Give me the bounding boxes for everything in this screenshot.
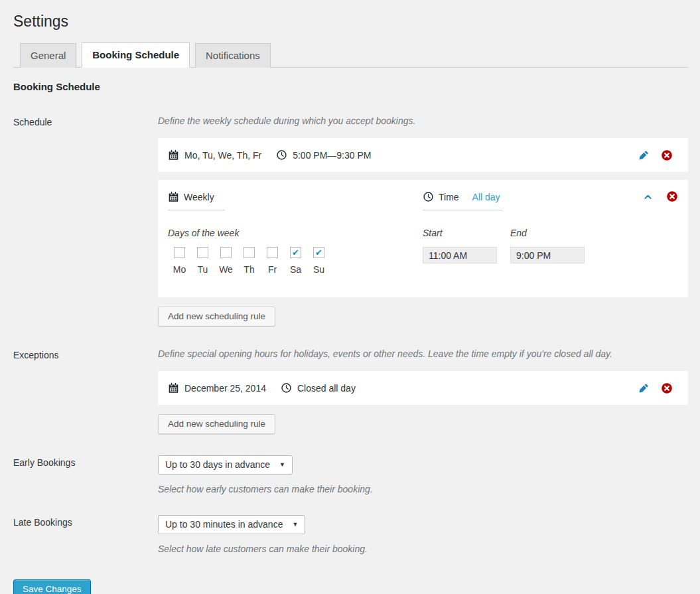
calendar-icon: [168, 149, 179, 161]
late-bookings-description: Select how late customers can make their…: [158, 543, 688, 556]
time-mode-select[interactable]: Time All day: [423, 191, 503, 210]
chevron-down-icon: ▼: [292, 521, 298, 528]
day-label: Mo: [173, 264, 186, 275]
tab-general[interactable]: General: [20, 43, 76, 68]
edit-rule-icon[interactable]: [638, 150, 649, 161]
day-toggle-tu[interactable]: Tu: [191, 247, 214, 275]
schedule-setting-row: Schedule Define the weekly schedule duri…: [13, 115, 688, 327]
days-of-week-group: Mo Tu We Th: [168, 247, 423, 275]
day-label: Fr: [268, 264, 277, 275]
day-label: Su: [313, 264, 324, 275]
day-checkbox-su[interactable]: [313, 247, 324, 258]
late-bookings-setting-row: Late Bookings Up to 30 minutes in advanc…: [13, 515, 688, 556]
tab-booking-schedule[interactable]: Booking Schedule: [82, 42, 190, 68]
day-label: Th: [244, 264, 254, 275]
late-bookings-value: Up to 30 minutes in advance: [165, 519, 283, 530]
days-of-week-label: Days of the week: [168, 228, 423, 239]
exception-rule-summary: December 25, 2014 Closed all day: [158, 371, 688, 405]
exceptions-label: Exceptions: [13, 348, 158, 362]
day-label: We: [219, 264, 233, 275]
exception-time-text: Closed all day: [297, 383, 356, 394]
calendar-icon: [168, 191, 179, 202]
day-label: Sa: [290, 264, 301, 275]
day-checkbox-mo[interactable]: [174, 247, 185, 258]
end-time-label: End: [510, 228, 585, 239]
schedule-rule-summary: Mo, Tu, We, Th, Fr 5:00 PM—9:30 PM: [158, 138, 688, 172]
save-changes-button[interactable]: Save Changes: [13, 579, 91, 594]
exception-date-text: December 25, 2014: [184, 383, 266, 394]
add-exception-rule-button[interactable]: Add new scheduling rule: [158, 414, 275, 434]
section-heading: Booking Schedule: [13, 81, 688, 92]
start-time-input[interactable]: [423, 247, 497, 263]
day-checkbox-we[interactable]: [220, 247, 232, 258]
delete-rule-icon[interactable]: [661, 149, 673, 161]
rule-time-text: 5:00 PM—9:30 PM: [293, 150, 371, 161]
day-toggle-fr[interactable]: Fr: [261, 247, 284, 275]
delete-rule-icon[interactable]: [661, 382, 673, 394]
day-checkbox-fr[interactable]: [267, 247, 278, 258]
collapse-rule-icon[interactable]: [643, 192, 653, 202]
frequency-select[interactable]: Weekly: [168, 191, 225, 210]
day-checkbox-tu[interactable]: [197, 247, 208, 258]
exceptions-description: Define special opening hours for holiday…: [158, 348, 688, 361]
early-bookings-label: Early Bookings: [13, 455, 158, 470]
all-day-link[interactable]: All day: [472, 192, 500, 202]
page-title: Settings: [13, 0, 688, 32]
day-checkbox-th[interactable]: [244, 247, 255, 258]
rule-days-text: Mo, Tu, We, Th, Fr: [184, 150, 261, 161]
edit-rule-icon[interactable]: [638, 383, 649, 394]
late-bookings-label: Late Bookings: [13, 515, 158, 530]
day-toggle-su[interactable]: Su: [307, 247, 330, 275]
day-toggle-mo[interactable]: Mo: [168, 247, 191, 275]
time-mode-value: Time: [439, 192, 459, 202]
early-bookings-select[interactable]: Up to 30 days in advance ▼: [158, 455, 293, 475]
schedule-description: Define the weekly schedule during which …: [158, 115, 688, 128]
exceptions-setting-row: Exceptions Define special opening hours …: [13, 348, 688, 434]
day-checkbox-sa[interactable]: [290, 247, 301, 258]
settings-page: Settings General Booking Schedule Notifi…: [0, 0, 700, 594]
day-toggle-sa[interactable]: Sa: [284, 247, 307, 275]
early-bookings-value: Up to 30 days in advance: [165, 459, 270, 470]
late-bookings-select[interactable]: Up to 30 minutes in advance ▼: [158, 515, 305, 534]
early-bookings-description: Select how early customers can make thei…: [158, 483, 688, 496]
add-scheduling-rule-button[interactable]: Add new scheduling rule: [158, 307, 275, 327]
end-time-input[interactable]: [510, 247, 585, 263]
day-toggle-th[interactable]: Th: [238, 247, 261, 275]
delete-rule-icon[interactable]: [666, 190, 678, 202]
clock-icon: [276, 149, 287, 161]
schedule-label: Schedule: [13, 115, 158, 129]
clock-icon: [423, 191, 434, 202]
start-time-label: Start: [423, 228, 497, 239]
tab-notifications[interactable]: Notifications: [195, 43, 271, 68]
calendar-icon: [168, 382, 179, 394]
settings-tabs: General Booking Schedule Notifications: [13, 42, 688, 68]
chevron-down-icon: ▼: [279, 461, 285, 468]
day-toggle-we[interactable]: We: [214, 247, 238, 275]
schedule-rule-editor: Weekly Days of the week Mo Tu: [158, 180, 688, 297]
early-bookings-setting-row: Early Bookings Up to 30 days in advance …: [13, 455, 688, 496]
frequency-value: Weekly: [184, 192, 214, 202]
day-label: Tu: [198, 264, 208, 275]
clock-icon: [281, 382, 292, 394]
